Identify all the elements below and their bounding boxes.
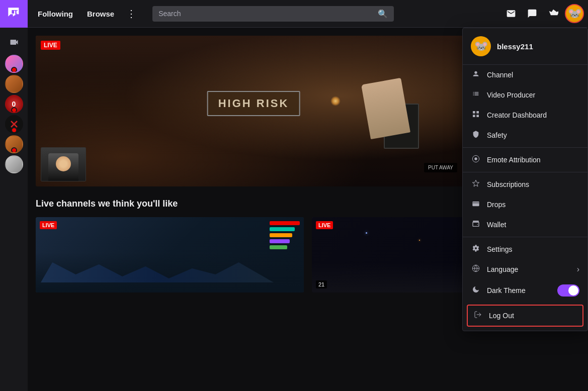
dark-theme-toggle[interactable] <box>557 284 579 297</box>
sidebar-avatar-1[interactable] <box>5 55 23 73</box>
svg-point-10 <box>474 157 477 160</box>
dropdown-creator-dashboard[interactable]: Creator Dashboard <box>463 105 587 125</box>
game-ui-overlay-1 <box>36 217 304 292</box>
user-avatar-button[interactable]: 🐭 <box>565 4 584 23</box>
svg-rect-5 <box>473 111 475 114</box>
hud-bar-purple <box>270 239 290 243</box>
x-icon <box>10 120 18 128</box>
channel-2-live-badge: LIVE <box>316 221 333 229</box>
subscriptions-label: Subscriptions <box>487 180 529 188</box>
settings-icon <box>471 244 481 254</box>
inbox-button[interactable] <box>501 4 521 23</box>
svg-rect-7 <box>476 115 479 117</box>
dropdown-channel[interactable]: Channel <box>463 65 587 85</box>
dropdown-logout[interactable]: Log Out <box>467 305 583 327</box>
language-icon <box>471 264 481 274</box>
hud-bar-teal <box>270 227 295 231</box>
safety-label: Safety <box>487 131 507 139</box>
user-dropdown: 🐭 blessy211 Channel Video Producer Creat… <box>462 28 588 331</box>
search-area: 🔍 <box>152 6 394 22</box>
emote-attribution-label: Emote Attribution <box>487 156 541 164</box>
svg-point-4 <box>474 71 477 74</box>
sidebar-video-icon[interactable] <box>4 32 25 53</box>
toggle-knob <box>568 285 578 296</box>
browse-nav-link[interactable]: Browse <box>81 7 120 21</box>
svg-rect-0 <box>14 11 15 14</box>
crown-icon <box>548 9 558 19</box>
sidebar: 0 <box>0 28 28 391</box>
divider-2 <box>463 172 587 172</box>
stream-thumbnail: HIGH RISK LIVE <box>36 36 471 186</box>
channel-2-viewers: 21 <box>316 280 327 288</box>
dark-theme-label: Dark Theme <box>487 286 526 295</box>
following-nav-link[interactable]: Following <box>32 7 79 21</box>
pip-face <box>56 156 71 171</box>
dropdown-emote-attribution[interactable]: Emote Attribution <box>463 150 587 170</box>
hud-bar-red <box>270 221 300 225</box>
logout-label: Log Out <box>489 312 514 320</box>
divider-1 <box>463 147 587 148</box>
channel-card-1[interactable]: LIVE <box>36 217 304 292</box>
dark-theme-left: Dark Theme <box>471 285 526 296</box>
channel-label: Channel <box>487 71 513 79</box>
wallet-icon <box>471 220 481 230</box>
wallet-label: Wallet <box>487 221 506 229</box>
dropdown-safety[interactable]: Safety <box>463 125 587 145</box>
more-options-button[interactable]: ⋮ <box>122 5 140 23</box>
search-input[interactable] <box>158 10 374 18</box>
channel-icon <box>471 70 481 80</box>
chat-icon <box>527 9 537 19</box>
drops-label: Drops <box>487 201 506 209</box>
dropdown-wallet[interactable]: Wallet <box>463 215 587 235</box>
logout-icon <box>473 311 483 321</box>
twitch-logo-icon <box>7 7 21 21</box>
crown-button[interactable] <box>544 4 563 23</box>
topnav-right: 🐭 <box>501 4 588 23</box>
svg-rect-1 <box>16 11 17 14</box>
channel-thumb-1: LIVE <box>36 217 304 292</box>
divider-3 <box>463 237 587 237</box>
sidebar-camera-icon <box>9 37 19 47</box>
svg-rect-8 <box>473 115 475 117</box>
video-producer-label: Video Producer <box>487 91 535 99</box>
sidebar-avatar-5[interactable] <box>5 135 23 153</box>
streamer-pip <box>41 147 86 181</box>
sidebar-avatar-6[interactable] <box>5 155 23 173</box>
dropdown-dark-theme[interactable]: Dark Theme <box>463 279 587 302</box>
sidebar-avatar-4[interactable] <box>5 115 23 133</box>
chat-button[interactable] <box>523 4 542 23</box>
nav-links: Following Browse ⋮ <box>28 5 144 23</box>
dropdown-drops[interactable]: Drops <box>463 194 587 215</box>
live-badge: LIVE <box>41 41 60 50</box>
sidebar-avatar-2[interactable] <box>5 75 23 93</box>
hud-bar-orange <box>270 233 292 237</box>
language-left: Language <box>471 264 518 274</box>
search-wrap: 🔍 <box>152 6 394 22</box>
dark-theme-icon <box>471 285 481 296</box>
subscriptions-icon <box>471 179 481 189</box>
dropdown-language[interactable]: Language › <box>463 259 587 279</box>
high-risk-text: HIGH RISK <box>218 97 289 110</box>
hud-bar-green <box>270 245 287 249</box>
dropdown-settings[interactable]: Settings <box>463 239 587 259</box>
dropdown-video-producer[interactable]: Video Producer <box>463 85 587 105</box>
drops-icon <box>471 200 481 210</box>
pip-person <box>41 148 86 181</box>
dropdown-subscriptions[interactable]: Subscriptions <box>463 174 587 194</box>
svg-rect-6 <box>476 111 479 114</box>
stream-player[interactable]: HIGH RISK LIVE <box>36 36 471 186</box>
sidebar-avatar-3[interactable]: 0 <box>5 95 23 113</box>
channel-1-live-badge: LIVE <box>40 221 57 229</box>
dropdown-header: 🐭 blessy211 <box>463 28 587 65</box>
creator-dashboard-label: Creator Dashboard <box>487 111 547 119</box>
twitch-logo-area[interactable] <box>0 0 28 28</box>
inbox-icon <box>506 9 516 19</box>
creator-dashboard-icon <box>471 110 481 120</box>
svg-marker-11 <box>472 180 479 186</box>
hud-element-1 <box>270 221 300 249</box>
search-icon[interactable]: 🔍 <box>378 9 388 19</box>
light-dot-1 <box>366 232 367 234</box>
high-risk-sign: HIGH RISK <box>207 91 300 116</box>
dropdown-avatar: 🐭 <box>471 36 491 56</box>
language-arrow-icon: › <box>577 265 579 274</box>
